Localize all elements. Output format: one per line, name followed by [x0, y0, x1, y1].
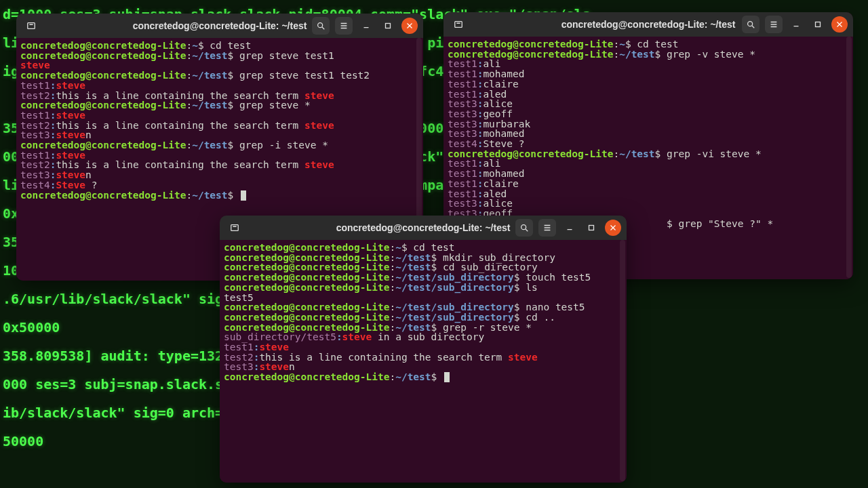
close-button[interactable]: [401, 18, 418, 34]
window-title: concretedog@concretedog-Lite: ~/test: [133, 20, 307, 31]
titlebar[interactable]: concretedog@concretedog-Lite: ~/test: [16, 14, 423, 38]
window-title: concretedog@concretedog-Lite: ~/test: [561, 19, 736, 30]
hamburger-menu-button[interactable]: [335, 17, 353, 35]
svg-line-3: [322, 27, 325, 30]
svg-rect-0: [28, 23, 35, 29]
svg-point-24: [521, 225, 526, 230]
close-button[interactable]: [605, 220, 621, 236]
titlebar[interactable]: concretedog@concretedog-Lite: ~/test: [443, 12, 853, 37]
hamburger-menu-button[interactable]: [765, 16, 783, 33]
svg-point-13: [748, 22, 753, 26]
scrollbar[interactable]: [620, 240, 625, 481]
search-button[interactable]: [515, 219, 533, 237]
new-tab-button[interactable]: [225, 220, 244, 236]
maximize-button[interactable]: [583, 220, 599, 236]
svg-rect-22: [231, 225, 239, 231]
window-title: concretedog@concretedog-Lite: ~/test: [336, 222, 511, 233]
minimize-button[interactable]: [358, 18, 374, 34]
search-button[interactable]: [312, 17, 330, 35]
svg-rect-8: [386, 24, 391, 28]
close-button[interactable]: [831, 16, 848, 33]
new-tab-button[interactable]: [449, 16, 468, 33]
terminal-body[interactable]: concretedog@concretedog-Lite:~$ cd test …: [220, 240, 627, 483]
svg-rect-11: [455, 22, 462, 28]
titlebar[interactable]: concretedog@concretedog-Lite: ~/test: [220, 216, 627, 240]
search-button[interactable]: [742, 16, 760, 33]
new-tab-button[interactable]: [22, 18, 41, 34]
maximize-button[interactable]: [810, 16, 826, 33]
maximize-button[interactable]: [380, 18, 396, 34]
minimize-button[interactable]: [561, 220, 578, 236]
svg-rect-30: [589, 226, 594, 230]
minimize-button[interactable]: [788, 16, 804, 33]
svg-line-14: [752, 26, 755, 28]
svg-line-25: [526, 229, 528, 232]
terminal-window-center[interactable]: concretedog@concretedog-Lite: ~/test con…: [220, 216, 627, 483]
svg-point-2: [318, 23, 323, 28]
scrollbar[interactable]: [846, 37, 852, 278]
svg-rect-19: [816, 22, 821, 27]
hamburger-menu-button[interactable]: [538, 219, 556, 237]
